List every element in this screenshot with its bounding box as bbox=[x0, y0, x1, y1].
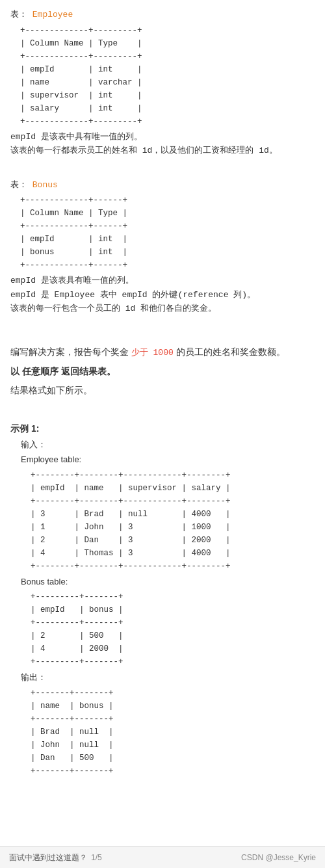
problem-text1: 编写解决方案，报告每个奖金 bbox=[10, 347, 131, 357]
problem-line2: 以 任意顺序 返回结果表。 bbox=[10, 365, 315, 378]
example1-section: 示例 1: 输入： Employee table: +--------+----… bbox=[10, 422, 315, 778]
table2-desc2: empId 是 Employee 表中 empId 的外键(reference … bbox=[10, 289, 315, 302]
employee-table-label: Employee table: bbox=[21, 453, 315, 466]
bottom-source: CSDN @Jesse_Kyrie bbox=[241, 852, 316, 863]
employee-table-data: +--------+--------+------------+--------… bbox=[21, 469, 315, 573]
spacer2 bbox=[10, 408, 315, 415]
table2-desc1: empId 是该表具有唯一值的列。 bbox=[10, 274, 315, 287]
problem-threshold: 少于 1000 bbox=[131, 348, 174, 358]
problem-text2: 的员工的姓名和奖金数额。 bbox=[174, 347, 285, 357]
table2-section: 表： Bonus +-------------+------+ | Column… bbox=[10, 178, 315, 315]
input-label: 输入： bbox=[21, 438, 315, 451]
table1-desc1: empId 是该表中具有唯一值的列。 bbox=[10, 131, 315, 144]
divider1 bbox=[10, 166, 315, 178]
table1-desc2: 该表的每一行都表示员工的姓名和 id，以及他们的工资和经理的 id。 bbox=[10, 144, 315, 157]
bottom-bar: 面试中遇到过这道题？ 1/5 CSDN @Jesse_Kyrie bbox=[0, 846, 325, 868]
table1-section: 表： Employee +-------------+---------+ | … bbox=[10, 8, 315, 157]
spacer bbox=[10, 336, 315, 340]
problem-line1: 编写解决方案，报告每个奖金 少于 1000 的员工的姓名和奖金数额。 bbox=[10, 345, 315, 360]
bonus-table-label: Bonus table: bbox=[21, 575, 315, 588]
bottom-count: 1/5 bbox=[91, 852, 102, 863]
table1-label-line: 表： Employee bbox=[10, 8, 315, 21]
example-header: 示例 1: bbox=[10, 422, 315, 436]
problem-line3: 结果格式如下所示。 bbox=[10, 384, 315, 399]
table1-label-text: 表： bbox=[10, 9, 27, 19]
divider2 bbox=[10, 324, 315, 336]
table2-schema: +-------------+------+ | Column Name | T… bbox=[10, 194, 315, 272]
bonus-table-data: +---------+-------+ | empId | bonus | +-… bbox=[21, 590, 315, 668]
bottom-spacer bbox=[10, 787, 315, 813]
table2-label-line: 表： Bonus bbox=[10, 178, 315, 192]
table1-name: Employee bbox=[32, 10, 73, 20]
table1-schema: +-------------+---------+ | Column Name … bbox=[10, 24, 315, 128]
bottom-left: 面试中遇到过这道题？ 1/5 bbox=[9, 852, 102, 863]
output-table-data: +-------+-------+ | name | bonus | +----… bbox=[21, 687, 315, 778]
output-label: 输出： bbox=[21, 671, 315, 684]
bottom-question-text[interactable]: 面试中遇到过这道题？ bbox=[9, 852, 87, 863]
table2-label-text: 表： bbox=[10, 179, 27, 189]
table2-name: Bonus bbox=[32, 180, 58, 190]
problem-section: 编写解决方案，报告每个奖金 少于 1000 的员工的姓名和奖金数额。 以 任意顺… bbox=[10, 345, 315, 399]
table2-desc3: 该表的每一行包含一个员工的 id 和他们各自的奖金。 bbox=[10, 302, 315, 315]
example-body: 输入： Employee table: +--------+--------+-… bbox=[21, 438, 315, 778]
